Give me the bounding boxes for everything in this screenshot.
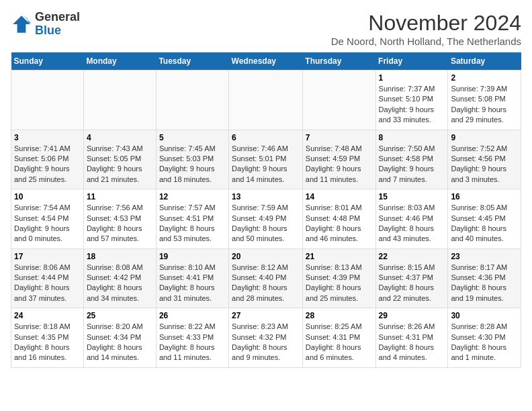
day-info: Sunrise: 8:23 AM Sunset: 4:32 PM Dayligh… [232,322,300,363]
calendar-cell: 30Sunrise: 8:28 AM Sunset: 4:30 PM Dayli… [448,308,521,368]
day-number: 15 [379,192,445,201]
day-number: 16 [451,192,518,201]
col-friday: Friday [375,52,448,71]
calendar-cell: 9Sunrise: 7:52 AM Sunset: 4:56 PM Daylig… [448,130,521,189]
calendar-cell: 25Sunrise: 8:20 AM Sunset: 4:34 PM Dayli… [83,308,156,368]
calendar-cell: 11Sunrise: 7:56 AM Sunset: 4:53 PM Dayli… [83,189,156,249]
col-saturday: Saturday [448,52,521,71]
day-number: 13 [232,192,300,201]
day-info: Sunrise: 7:50 AM Sunset: 4:58 PM Dayligh… [379,144,445,185]
calendar-week-2: 3Sunrise: 7:41 AM Sunset: 5:06 PM Daylig… [11,130,521,189]
day-number: 30 [451,311,518,320]
day-info: Sunrise: 7:48 AM Sunset: 4:59 PM Dayligh… [306,144,373,185]
day-number: 14 [306,192,373,201]
calendar-week-1: 1Sunrise: 7:37 AM Sunset: 5:10 PM Daylig… [11,71,521,130]
calendar-cell: 21Sunrise: 8:13 AM Sunset: 4:39 PM Dayli… [302,248,375,308]
logo-icon [11,13,32,35]
day-number: 22 [379,252,445,261]
col-monday: Monday [83,52,156,71]
day-info: Sunrise: 7:37 AM Sunset: 5:10 PM Dayligh… [379,84,445,126]
day-number: 10 [14,192,81,201]
day-info: Sunrise: 8:13 AM Sunset: 4:39 PM Dayligh… [306,263,373,304]
day-number: 29 [379,311,445,320]
svg-marker-0 [13,15,30,33]
day-info: Sunrise: 7:57 AM Sunset: 4:51 PM Dayligh… [159,203,226,244]
day-info: Sunrise: 8:06 AM Sunset: 4:44 PM Dayligh… [14,263,81,304]
day-info: Sunrise: 8:22 AM Sunset: 4:33 PM Dayligh… [159,322,226,363]
calendar-cell: 5Sunrise: 7:45 AM Sunset: 5:03 PM Daylig… [156,130,228,189]
day-info: Sunrise: 8:01 AM Sunset: 4:48 PM Dayligh… [306,203,373,244]
calendar-cell: 12Sunrise: 7:57 AM Sunset: 4:51 PM Dayli… [156,189,228,249]
calendar-cell: 3Sunrise: 7:41 AM Sunset: 5:06 PM Daylig… [11,130,84,189]
day-number: 3 [14,133,81,142]
day-info: Sunrise: 7:52 AM Sunset: 4:56 PM Dayligh… [451,144,518,185]
calendar-cell: 14Sunrise: 8:01 AM Sunset: 4:48 PM Dayli… [302,189,375,249]
day-number: 8 [379,133,445,142]
calendar-cell: 16Sunrise: 8:05 AM Sunset: 4:45 PM Dayli… [448,189,521,249]
day-number: 6 [232,133,300,142]
calendar-cell: 29Sunrise: 8:26 AM Sunset: 4:31 PM Dayli… [375,308,448,368]
title-block: November 2024 De Noord, North Holland, T… [331,11,521,47]
day-info: Sunrise: 7:41 AM Sunset: 5:06 PM Dayligh… [14,144,81,185]
day-number: 1 [379,73,445,83]
calendar-cell: 22Sunrise: 8:15 AM Sunset: 4:37 PM Dayli… [375,248,448,308]
calendar-cell: 20Sunrise: 8:12 AM Sunset: 4:40 PM Dayli… [229,248,303,308]
day-info: Sunrise: 7:43 AM Sunset: 5:05 PM Dayligh… [87,144,153,185]
day-number: 17 [14,252,81,261]
day-number: 7 [306,133,373,142]
col-wednesday: Wednesday [229,52,303,71]
header-row: Sunday Monday Tuesday Wednesday Thursday… [11,52,521,71]
day-info: Sunrise: 8:20 AM Sunset: 4:34 PM Dayligh… [87,322,153,363]
month-title: November 2024 [331,11,521,36]
day-number: 4 [87,133,153,142]
day-number: 25 [87,311,153,320]
calendar-cell: 23Sunrise: 8:17 AM Sunset: 4:36 PM Dayli… [448,248,521,308]
calendar-cell: 2Sunrise: 7:39 AM Sunset: 5:08 PM Daylig… [448,71,521,130]
calendar-cell: 17Sunrise: 8:06 AM Sunset: 4:44 PM Dayli… [11,248,84,308]
col-sunday: Sunday [11,52,84,71]
calendar-cell [156,71,228,130]
calendar-cell: 19Sunrise: 8:10 AM Sunset: 4:41 PM Dayli… [156,248,228,308]
day-number: 24 [14,311,81,320]
day-number: 28 [306,311,373,320]
calendar-cell: 13Sunrise: 7:59 AM Sunset: 4:49 PM Dayli… [229,189,303,249]
day-number: 9 [451,133,518,142]
day-number: 23 [451,252,518,261]
day-info: Sunrise: 8:08 AM Sunset: 4:42 PM Dayligh… [87,263,153,304]
col-thursday: Thursday [302,52,375,71]
calendar-cell: 15Sunrise: 8:03 AM Sunset: 4:46 PM Dayli… [375,189,448,249]
calendar-cell: 7Sunrise: 7:48 AM Sunset: 4:59 PM Daylig… [302,130,375,189]
day-number: 12 [159,192,226,201]
day-number: 11 [87,192,153,201]
day-info: Sunrise: 7:56 AM Sunset: 4:53 PM Dayligh… [87,203,153,244]
day-info: Sunrise: 8:03 AM Sunset: 4:46 PM Dayligh… [379,203,445,244]
calendar-cell: 1Sunrise: 7:37 AM Sunset: 5:10 PM Daylig… [375,71,448,130]
calendar-week-3: 10Sunrise: 7:54 AM Sunset: 4:54 PM Dayli… [11,189,521,249]
logo-text: General Blue [35,11,80,38]
day-number: 26 [159,311,226,320]
calendar-cell: 8Sunrise: 7:50 AM Sunset: 4:58 PM Daylig… [375,130,448,189]
day-info: Sunrise: 8:05 AM Sunset: 4:45 PM Dayligh… [451,203,518,244]
day-info: Sunrise: 8:28 AM Sunset: 4:30 PM Dayligh… [451,322,518,363]
day-info: Sunrise: 7:39 AM Sunset: 5:08 PM Dayligh… [451,84,518,126]
day-info: Sunrise: 8:12 AM Sunset: 4:40 PM Dayligh… [232,263,300,304]
day-number: 19 [159,252,226,261]
day-number: 20 [232,252,300,261]
calendar-cell [302,71,375,130]
page-header: General Blue November 2024 De Noord, Nor… [11,11,521,47]
day-info: Sunrise: 8:17 AM Sunset: 4:36 PM Dayligh… [451,263,518,304]
calendar-cell: 28Sunrise: 8:25 AM Sunset: 4:31 PM Dayli… [302,308,375,368]
calendar-cell: 26Sunrise: 8:22 AM Sunset: 4:33 PM Dayli… [156,308,228,368]
calendar-cell: 4Sunrise: 7:43 AM Sunset: 5:05 PM Daylig… [83,130,156,189]
day-number: 21 [306,252,373,261]
day-number: 27 [232,311,300,320]
calendar-cell: 10Sunrise: 7:54 AM Sunset: 4:54 PM Dayli… [11,189,84,249]
day-info: Sunrise: 8:15 AM Sunset: 4:37 PM Dayligh… [379,263,445,304]
col-tuesday: Tuesday [156,52,228,71]
calendar-week-4: 17Sunrise: 8:06 AM Sunset: 4:44 PM Dayli… [11,248,521,308]
day-info: Sunrise: 7:45 AM Sunset: 5:03 PM Dayligh… [159,144,226,185]
day-info: Sunrise: 7:54 AM Sunset: 4:54 PM Dayligh… [14,203,81,244]
day-info: Sunrise: 7:46 AM Sunset: 5:01 PM Dayligh… [232,144,300,185]
calendar-cell [11,71,84,130]
day-number: 5 [159,133,226,142]
